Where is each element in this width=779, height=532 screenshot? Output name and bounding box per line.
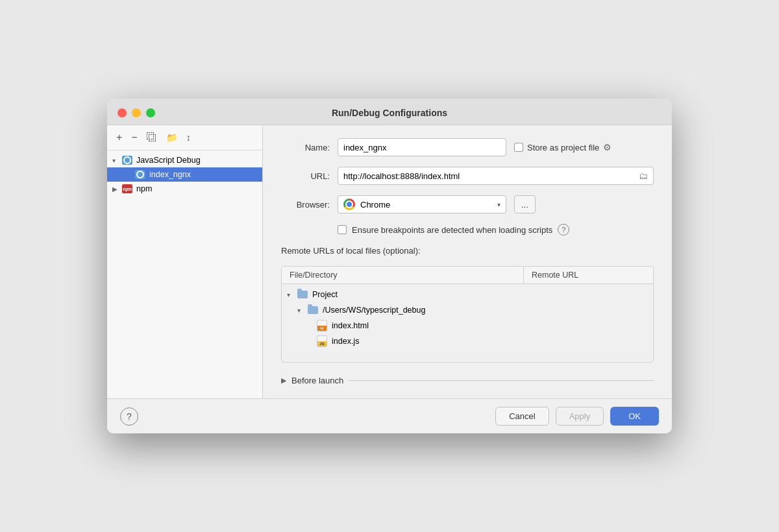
sidebar-item-label: index_ngnx: [149, 170, 191, 179]
table-header: File/Directory Remote URL: [282, 267, 653, 284]
config-icon: [134, 169, 146, 180]
file-label: /Users/WS/typescript_debug: [323, 306, 425, 315]
tree-arrow: ▾: [287, 291, 296, 298]
table-row[interactable]: ▾ Project: [282, 287, 653, 302]
chevron-down-icon: ▾: [497, 201, 501, 208]
help-icon[interactable]: ?: [558, 224, 569, 236]
chrome-icon: [343, 199, 355, 210]
npm-icon: npm: [121, 184, 133, 194]
name-row: Name: Store as project file ⚙: [281, 138, 654, 156]
table-row[interactable]: H index.html: [282, 318, 653, 333]
minimize-button[interactable]: [132, 108, 141, 117]
sidebar: + − ⿻ 📁 ↕ ▾: [107, 125, 263, 398]
col-file-header: File/Directory: [282, 267, 523, 284]
subfolder-icon: [306, 304, 319, 316]
url-label: URL:: [281, 171, 330, 181]
browser-more-button[interactable]: ...: [514, 195, 536, 213]
plus-icon: +: [116, 132, 122, 143]
maximize-button[interactable]: [146, 108, 155, 117]
remote-urls-section: Remote URLs of local files (optional):: [281, 246, 654, 256]
run-debug-dialog: Run/Debug Configurations + − ⿻ 📁 ↕: [107, 99, 672, 433]
file-label: index.js: [332, 337, 359, 346]
table-row[interactable]: JS index.js: [282, 333, 653, 349]
dialog-title: Run/Debug Configurations: [332, 108, 447, 118]
ensure-breakpoints-label: Ensure breakpoints are detected when loa…: [352, 225, 552, 235]
js-file-icon: JS: [315, 335, 328, 347]
copy-icon: ⿻: [147, 132, 157, 143]
move-up-icon: 📁: [166, 132, 177, 143]
store-project-label: Store as project file: [527, 143, 599, 152]
tree-expand-arrow: ▶: [112, 186, 121, 193]
before-launch-divider: [349, 380, 654, 381]
before-launch-arrow[interactable]: ▶: [281, 376, 286, 385]
sidebar-item-label: JavaScript Debug: [136, 156, 201, 165]
gear-icon[interactable]: ⚙: [603, 142, 612, 152]
url-input[interactable]: [338, 169, 634, 184]
sidebar-item-npm[interactable]: ▶ npm npm: [107, 182, 262, 196]
add-config-button[interactable]: +: [114, 130, 125, 145]
url-input-wrapper: 🗂: [338, 167, 654, 185]
table-body: ▾ Project ▾ /Users/WS/typescript_debug: [282, 284, 653, 362]
store-project-checkbox[interactable]: [514, 143, 523, 152]
store-project-area: Store as project file ⚙: [514, 142, 612, 152]
html-file-icon: H: [315, 320, 328, 332]
name-input[interactable]: [338, 138, 506, 156]
bottom-bar: ? Cancel Apply OK: [107, 398, 672, 433]
table-row[interactable]: ▾ /Users/WS/typescript_debug: [282, 302, 653, 318]
remove-config-button[interactable]: −: [129, 130, 140, 145]
remote-urls-label: Remote URLs of local files (optional):: [281, 246, 421, 256]
file-directory-table: File/Directory Remote URL ▾ Project ▾: [281, 266, 654, 363]
copy-config-button[interactable]: ⿻: [144, 130, 160, 145]
url-row: URL: 🗂: [281, 167, 654, 185]
sort-icon: ↕: [186, 132, 191, 143]
apply-button[interactable]: Apply: [556, 407, 604, 426]
main-panel: Name: Store as project file ⚙ URL: 🗂 Bro…: [263, 125, 672, 398]
before-launch-section: ▶ Before launch: [281, 376, 654, 385]
dialog-body: + − ⿻ 📁 ↕ ▾: [107, 125, 672, 398]
close-button[interactable]: [117, 108, 127, 117]
col-url-header: Remote URL: [523, 267, 653, 284]
config-tree: ▾ JavaScript Debug index_ngnx ▶: [107, 151, 262, 398]
browser-label: Browser:: [281, 200, 330, 210]
window-controls: [117, 108, 155, 117]
browser-dropdown[interactable]: Chrome ▾: [338, 195, 506, 213]
file-label: Project: [312, 290, 338, 299]
url-folder-icon[interactable]: 🗂: [634, 171, 653, 181]
breakpoints-row: Ensure breakpoints are detected when loa…: [338, 224, 654, 236]
browser-value: Chrome: [360, 200, 492, 210]
sidebar-toolbar: + − ⿻ 📁 ↕: [107, 125, 262, 151]
file-label: index.html: [332, 321, 369, 330]
ensure-breakpoints-checkbox[interactable]: [338, 225, 347, 234]
before-launch-label: Before launch: [291, 376, 343, 385]
help-button[interactable]: ?: [120, 407, 138, 426]
sidebar-item-label: npm: [136, 184, 152, 193]
project-folder-icon: [296, 289, 309, 300]
ok-button[interactable]: OK: [610, 407, 659, 426]
move-config-button[interactable]: 📁: [164, 131, 180, 144]
minus-icon: −: [131, 132, 137, 143]
browser-row: Browser: Chrome ▾ ...: [281, 195, 654, 213]
sidebar-item-js-debug-group[interactable]: ▾ JavaScript Debug: [107, 153, 262, 167]
folder-icon: [121, 155, 133, 165]
sidebar-item-index-ngnx[interactable]: index_ngnx: [107, 167, 262, 182]
sort-config-button[interactable]: ↕: [184, 131, 193, 144]
tree-expand-arrow: ▾: [112, 157, 121, 164]
cancel-button[interactable]: Cancel: [495, 407, 549, 426]
tree-arrow: ▾: [297, 307, 306, 314]
action-buttons: Cancel Apply OK: [495, 407, 659, 426]
title-bar: Run/Debug Configurations: [107, 99, 672, 125]
name-label: Name:: [281, 143, 330, 152]
